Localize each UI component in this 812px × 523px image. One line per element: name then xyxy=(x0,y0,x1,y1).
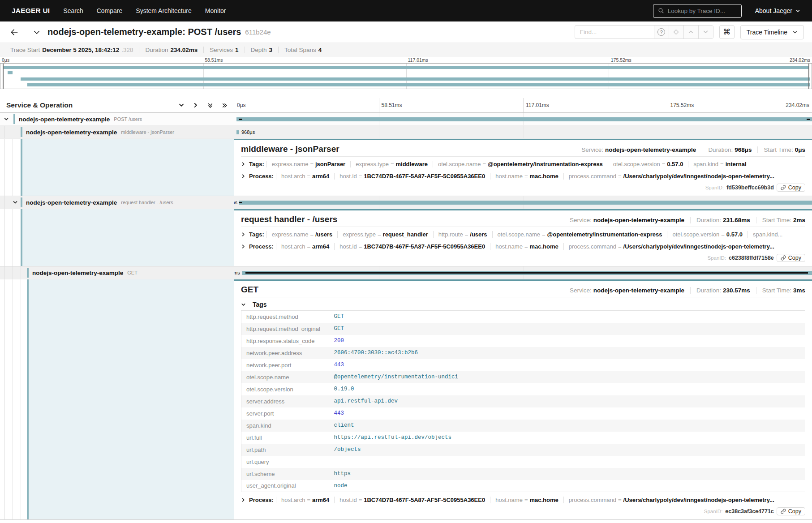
kv-key: host.id xyxy=(339,243,357,250)
span-color-bar xyxy=(21,139,22,196)
ruler-gridline xyxy=(379,98,379,112)
detail-divider xyxy=(241,227,805,227)
tag-row[interactable]: server.addressapi.restful-api.dev xyxy=(241,395,805,407)
tag-row[interactable]: server.port443 xyxy=(241,407,805,420)
span-duration-bar[interactable] xyxy=(236,117,812,121)
tag-row[interactable]: http.response.status_code200 xyxy=(241,335,805,347)
find-focus-button[interactable] xyxy=(669,26,683,39)
link-icon xyxy=(781,255,786,261)
collapse-header-chevron[interactable] xyxy=(30,28,43,36)
collapse-one-button[interactable] xyxy=(178,102,185,108)
chevron-down-icon[interactable] xyxy=(13,200,18,205)
span-duration-bar[interactable] xyxy=(239,201,812,205)
process-row[interactable]: Process:host.arch=arm64host.id=1BC74D7B-… xyxy=(241,494,805,506)
detail-divider xyxy=(241,297,805,297)
kv-pair: host.name=mac.home xyxy=(490,243,563,250)
tags-row[interactable]: Tags:express.name=jsonParserexpress.type… xyxy=(241,158,805,170)
spanid-value: c6238f8ffdf7158e xyxy=(729,255,774,261)
span-row[interactable]: nodejs-open-telemetry-examplerequest han… xyxy=(0,196,812,209)
find-next-button[interactable] xyxy=(698,26,713,39)
about-jaeger-label: About Jaeger xyxy=(755,7,792,14)
find-prev-button[interactable] xyxy=(683,26,698,39)
tag-row[interactable]: url.fullhttps://api.restful-api.dev/obje… xyxy=(241,432,805,444)
nav-link-search[interactable]: Search xyxy=(63,7,83,14)
span-row[interactable]: nodejs-open-telemetry-exampleGET3ms xyxy=(0,266,812,279)
span-bar-cell[interactable]: 2ms xyxy=(234,196,812,209)
trace-view-selector[interactable]: Trace Timeline xyxy=(740,25,804,39)
kv-equals: = xyxy=(310,161,314,167)
span-name-cell[interactable]: nodejs-open-telemetry-examplePOST /users xyxy=(0,113,234,125)
keyboard-shortcuts-button[interactable]: ⌘ xyxy=(719,25,735,39)
tag-row[interactable]: url.path/objects xyxy=(241,444,805,456)
spanid-label: SpanID: xyxy=(704,509,723,514)
tag-value: client xyxy=(329,420,805,432)
critical-path-segment xyxy=(807,119,810,120)
about-jaeger-menu[interactable]: About Jaeger xyxy=(755,7,800,14)
tag-key: otel.scope.name xyxy=(241,371,329,383)
span-row[interactable]: nodejs-open-telemetry-examplemiddleware … xyxy=(0,126,812,139)
span-name-cell[interactable]: nodejs-open-telemetry-exampleGET xyxy=(0,266,234,279)
tag-row[interactable]: url.schemehttps xyxy=(241,468,805,480)
kv-value: arm64 xyxy=(312,243,329,250)
span-name-cell[interactable]: nodejs-open-telemetry-examplerequest han… xyxy=(0,196,234,209)
tags-section-header[interactable]: Tags xyxy=(241,299,805,310)
trace-header: nodejs-open-telemetry-example: POST /use… xyxy=(0,21,812,43)
chevron-down-icon xyxy=(178,102,185,108)
tag-row[interactable]: network.peer.port443 xyxy=(241,359,805,371)
tag-key: http.request.method_original xyxy=(241,323,329,335)
span-row[interactable]: nodejs-open-telemetry-examplePOST /users xyxy=(0,113,812,126)
find-help-button[interactable]: ? xyxy=(654,26,669,39)
span-bar-cell[interactable] xyxy=(234,113,812,125)
kv-key: express.name xyxy=(272,161,309,167)
detail-start-time-label: Start Time: xyxy=(762,217,791,223)
kv-key: express.name xyxy=(272,231,309,238)
nav-link-monitor[interactable]: Monitor xyxy=(205,7,226,14)
span-duration-bar[interactable] xyxy=(236,130,239,134)
tag-value: 0.19.0 xyxy=(329,383,805,395)
detail-gutter-fill xyxy=(29,279,234,519)
trace-minimap[interactable] xyxy=(0,63,812,89)
detail-duration-label: Duration: xyxy=(696,217,721,223)
span-name-cell[interactable]: nodejs-open-telemetry-examplemiddleware … xyxy=(0,126,234,138)
copy-spanid-button[interactable]: Copy xyxy=(777,507,805,515)
minimap-right-handle[interactable] xyxy=(808,64,809,89)
trace-id-short: 611b24e xyxy=(245,28,271,36)
app-logo[interactable]: JAEGER UI xyxy=(12,7,50,15)
find-input[interactable]: Find... xyxy=(575,26,654,39)
detail-gutter-fill xyxy=(22,209,234,266)
span-bar-cell[interactable]: 3ms xyxy=(234,266,812,279)
copy-spanid-button[interactable]: Copy xyxy=(777,184,805,192)
tag-row[interactable]: otel.scope.version0.19.0 xyxy=(241,383,805,395)
back-arrow-button[interactable] xyxy=(8,28,21,37)
tag-row[interactable]: network.peer.address2606:4700:3030::ac43… xyxy=(241,347,805,359)
nav-link-compare[interactable]: Compare xyxy=(97,7,123,14)
kv-equals: = xyxy=(391,161,394,167)
tag-row[interactable]: user_agent.originalnode xyxy=(241,480,805,492)
copy-spanid-button[interactable]: Copy xyxy=(777,254,805,262)
span-color-bar xyxy=(21,209,22,266)
process-row[interactable]: Process:host.arch=arm64host.id=1BC74D7B-… xyxy=(241,170,805,182)
tag-row[interactable]: url.query xyxy=(241,456,805,468)
tag-row[interactable]: http.request.method_originalGET xyxy=(241,323,805,335)
span-bar-cell[interactable]: 968μs xyxy=(234,126,812,138)
minimap-left-handle[interactable] xyxy=(3,64,4,89)
tag-row[interactable]: span.kindclient xyxy=(241,420,805,432)
collapse-all-button[interactable] xyxy=(207,103,213,108)
tag-row[interactable]: otel.scope.name@opentelemetry/instrument… xyxy=(241,371,805,383)
span-duration-label: 968μs xyxy=(241,129,255,135)
kv-equals: = xyxy=(310,231,314,238)
tags-row[interactable]: Tags:express.name=/usersexpress.type=req… xyxy=(241,228,805,240)
process-row[interactable]: Process:host.arch=arm64host.id=1BC74D7B-… xyxy=(241,240,805,253)
chevron-down-icon[interactable] xyxy=(4,116,9,122)
nav-link-system-architecture[interactable]: System Architecture xyxy=(136,7,192,14)
tag-row[interactable]: http.request.methodGET xyxy=(241,311,805,323)
detail-duration: Duration:968μs xyxy=(702,146,752,153)
expand-one-button[interactable] xyxy=(193,102,199,108)
trace-depth: Depth3 xyxy=(245,47,279,53)
kv-equals: = xyxy=(618,243,622,250)
trace-start-label: Trace Start xyxy=(10,47,40,53)
trace-id-lookup-input[interactable]: Lookup by Trace ID... xyxy=(653,4,742,18)
span-detail-section: middleware - jsonParserService:nodejs-op… xyxy=(0,139,812,196)
expand-all-button[interactable] xyxy=(221,103,228,108)
detail-header: request handler - /usersService:nodejs-o… xyxy=(241,214,805,224)
